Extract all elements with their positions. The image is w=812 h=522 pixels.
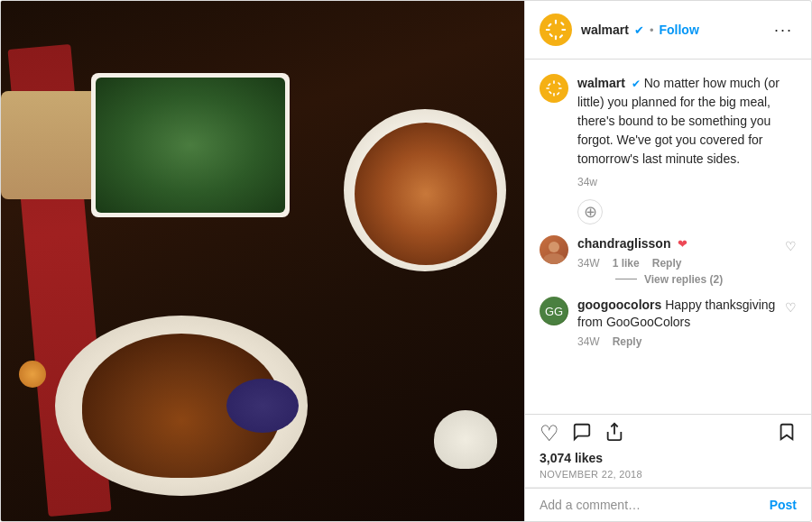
comment-likes-0: 1 like: [613, 257, 640, 270]
comment-time-0: 34W: [577, 257, 600, 270]
like-comment-icon-1[interactable]: ♡: [785, 300, 797, 315]
header-info: walmart ✔ • Follow: [581, 23, 770, 37]
post-content: walmart ✔ No matter how much (or little)…: [525, 60, 811, 415]
comment-meta-0: 34W 1 like Reply: [577, 257, 797, 270]
comment-button[interactable]: [572, 422, 592, 445]
walmart-logo-icon: [543, 17, 568, 42]
comment-text-1: googoocolors Happy thanksgiving from Goo…: [577, 297, 797, 332]
comment-icon: [572, 424, 592, 446]
post-header: walmart ✔ • Follow ···: [525, 1, 811, 60]
instagram-post: walmart ✔ • Follow ···: [0, 0, 812, 522]
view-replies-text: View replies (2): [644, 273, 723, 286]
comment-user-icon-0: [540, 235, 568, 264]
comment-user-icon-1: GG: [540, 297, 568, 325]
share-button[interactable]: [604, 422, 624, 445]
svg-point-18: [549, 242, 559, 252]
post-right-panel: walmart ✔ • Follow ···: [524, 1, 811, 521]
post-actions: ♡: [525, 415, 811, 488]
more-options-button[interactable]: ···: [770, 21, 797, 40]
upload-icon: [604, 422, 624, 442]
svg-rect-4: [561, 29, 566, 31]
view-replies-line: [615, 279, 637, 279]
comment-input[interactable]: [540, 498, 770, 512]
comment-block-1: GG googoocolors Happy thanksgiving from …: [540, 297, 797, 348]
translate-button[interactable]: ⊕: [577, 199, 603, 224]
commenter-heart-emoji-0: ❤: [678, 237, 687, 251]
svg-rect-11: [553, 93, 555, 96]
svg-rect-12: [546, 87, 549, 89]
comment-avatar-0: [540, 235, 568, 264]
share-icon: [604, 424, 624, 446]
commenter-username-1[interactable]: googoocolors: [577, 298, 661, 312]
add-comment-bar: Post: [525, 488, 811, 521]
caption-username[interactable]: walmart: [577, 76, 625, 90]
verified-icon-small: ✔: [632, 78, 641, 90]
header-username[interactable]: walmart: [581, 23, 629, 37]
commenter-username-0[interactable]: chandraglisson: [577, 236, 670, 251]
comment-avatar-1: GG: [540, 297, 568, 325]
view-replies-btn[interactable]: View replies (2): [615, 273, 797, 286]
svg-rect-10: [553, 80, 555, 84]
comment-reply-btn-1[interactable]: Reply: [613, 335, 642, 348]
action-icons-row: ♡: [540, 422, 797, 445]
post-comment-button[interactable]: Post: [770, 498, 797, 512]
svg-point-19: [543, 253, 565, 264]
header-avatar: [540, 14, 572, 46]
svg-rect-2: [555, 35, 557, 40]
speech-bubble-icon: [572, 422, 592, 442]
follow-button[interactable]: Follow: [659, 23, 698, 37]
caption-walmart-logo-icon: [544, 78, 564, 98]
header-dot: •: [650, 23, 654, 37]
caption-time: 34w: [577, 176, 797, 188]
svg-rect-13: [558, 87, 562, 89]
like-button[interactable]: ♡: [540, 423, 559, 444]
comment-time-1: 34W: [577, 335, 600, 348]
comment-reply-btn-0[interactable]: Reply: [652, 257, 682, 270]
bookmark-icon: [777, 424, 797, 446]
caption-block: walmart ✔ No matter how much (or little)…: [540, 74, 797, 224]
like-icon: ♡: [540, 421, 559, 445]
comment-body-0: chandraglisson ❤ 34W 1 like Reply View r…: [577, 235, 797, 286]
caption-avatar: [540, 74, 568, 103]
post-date: November 22, 2018: [540, 469, 797, 480]
likes-count: 3,074 likes: [540, 451, 797, 465]
svg-rect-3: [546, 29, 550, 31]
bookmark-icon-svg: [777, 422, 797, 442]
bookmark-button[interactable]: [777, 422, 797, 445]
like-comment-icon-0[interactable]: ♡: [785, 239, 797, 253]
verified-badge-icon: ✔: [634, 23, 644, 37]
svg-text:GG: GG: [545, 305, 563, 318]
comment-meta-1: 34W Reply: [577, 335, 797, 348]
svg-rect-1: [555, 20, 557, 24]
caption-text: walmart ✔ No matter how much (or little)…: [577, 74, 797, 169]
comment-block-0: chandraglisson ❤ 34W 1 like Reply View r…: [540, 235, 797, 286]
comment-text-0: chandraglisson ❤: [577, 235, 797, 253]
post-image: [1, 1, 524, 522]
comment-body-1: googoocolors Happy thanksgiving from Goo…: [577, 297, 797, 348]
